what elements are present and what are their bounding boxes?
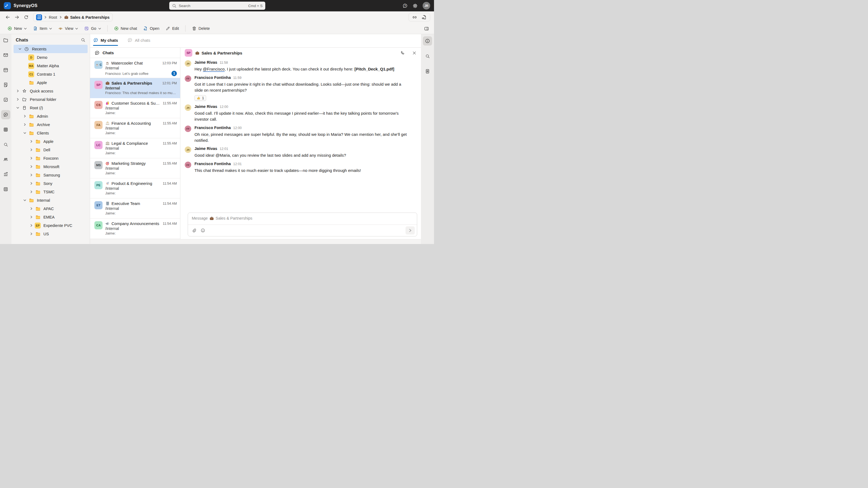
open-button[interactable]: Open	[141, 24, 162, 33]
back-button[interactable]	[4, 13, 11, 21]
go-button[interactable]: Go	[82, 24, 103, 33]
breadcrumb-item-current[interactable]: Sales & Partnerships	[64, 15, 110, 20]
document-link-icon[interactable]	[422, 14, 427, 20]
chevron-right-icon[interactable]	[29, 216, 34, 219]
call-icon[interactable]	[400, 51, 405, 55]
close-icon[interactable]	[412, 51, 416, 55]
chevron-right-icon[interactable]	[29, 207, 34, 210]
tree-item-recents[interactable]: Recents	[13, 45, 88, 53]
user-avatar[interactable]: JR	[423, 2, 430, 9]
help-icon[interactable]: ?	[403, 3, 408, 8]
chevron-right-icon[interactable]	[29, 148, 34, 151]
item-button[interactable]: Item	[30, 24, 55, 33]
tree-item-dell[interactable]: Dell	[11, 145, 90, 154]
delete-button[interactable]: Delete	[189, 24, 212, 33]
chevron-right-icon[interactable]	[29, 165, 34, 168]
app-logo-icon	[4, 2, 11, 9]
attach-icon[interactable]	[192, 228, 197, 233]
chevron-right-icon[interactable]	[15, 90, 20, 93]
global-search-input[interactable]: Search Cmd + S	[169, 2, 265, 10]
tree-item-internal[interactable]: Internal	[11, 196, 90, 204]
search-icon[interactable]	[1, 140, 10, 149]
tree-item-tsmc[interactable]: TSMC	[11, 188, 90, 196]
doc-lines-icon[interactable]	[423, 67, 432, 76]
grid-icon[interactable]	[1, 125, 10, 134]
chat-list-item-product-engineering[interactable]: PE Product & Engineering 11:54 AM /Inter…	[90, 178, 180, 198]
note-icon[interactable]	[1, 80, 10, 90]
tree-item-apple[interactable]: Apple	[11, 137, 90, 145]
chevron-right-icon[interactable]	[29, 224, 34, 227]
chevron-down-icon[interactable]	[22, 131, 27, 134]
chevron-down-icon[interactable]	[15, 106, 20, 109]
chat-list-item-watercooler-chat[interactable]: C Watercooler Chat 12:03 PM /Internal Fr…	[90, 58, 180, 78]
tree-item-foxconn[interactable]: Foxconn	[11, 154, 90, 162]
chevron-right-icon[interactable]	[29, 173, 34, 176]
view-button[interactable]: View	[56, 24, 81, 33]
chart-icon[interactable]	[1, 170, 10, 179]
chevron-right-icon[interactable]	[29, 190, 34, 193]
edit-button[interactable]: Edit	[163, 24, 182, 33]
chevron-right-icon[interactable]	[29, 182, 34, 185]
mention-link[interactable]: @Francisco	[203, 67, 225, 72]
info-icon[interactable]	[423, 36, 432, 45]
tree-item-apac[interactable]: APAC	[11, 204, 90, 213]
chat-list-item-finance-accounting[interactable]: FA Finance & Accounting 11:55 AM /Intern…	[90, 118, 180, 138]
chat-list-item-marketing-strategy[interactable]: MS Marketing Strategy 11:55 AM /Internal…	[90, 158, 180, 178]
chevron-right-icon[interactable]	[22, 123, 27, 126]
tab-all-chats[interactable]: All chats	[127, 37, 150, 43]
chevron-right-icon[interactable]	[15, 98, 20, 101]
tree-item-demo[interactable]: D Demo	[11, 53, 90, 62]
chevron-right-icon[interactable]	[22, 115, 27, 118]
tasks-icon[interactable]	[1, 95, 10, 104]
workspace-logo-icon[interactable]: YOURLOGOHERE	[36, 14, 42, 20]
search-icon[interactable]	[423, 52, 432, 61]
tab-my-chats[interactable]: My chats	[93, 37, 118, 46]
copy-link-icon[interactable]	[412, 14, 417, 20]
chat-bubble-icon[interactable]	[1, 110, 10, 119]
tree-item-root-[interactable]: Root (/)	[11, 104, 90, 112]
forward-button[interactable]	[13, 13, 21, 21]
tree-item-us[interactable]: US	[11, 230, 90, 238]
settings-gear-icon[interactable]	[412, 3, 418, 8]
chat-list-item-legal-compliance[interactable]: LC Legal & Compliance 11:55 AM /Internal…	[90, 138, 180, 158]
new-chat-button[interactable]: New chat	[112, 24, 140, 33]
tree-item-microsoft[interactable]: Microsoft	[11, 162, 90, 171]
tree-item-quick-access[interactable]: Quick access	[11, 87, 90, 95]
chevron-down-icon[interactable]	[18, 47, 22, 51]
chat-list-item-company-announcements[interactable]: CA Company Announcements 11:54 AM /Inter…	[90, 219, 180, 238]
tree-item-expediente-pvc[interactable]: EP Expediente PVC	[11, 221, 90, 230]
tree-item-admin[interactable]: Admin	[11, 112, 90, 120]
file-link[interactable]: [Pitch_Deck_Q1.pdf]	[354, 67, 394, 71]
folder-icon[interactable]	[1, 35, 10, 45]
chat-list-item-executive-team[interactable]: ET Executive Team 11:54 AM /Internal Jai…	[90, 198, 180, 219]
mail-icon[interactable]	[1, 51, 10, 60]
message-input[interactable]: Message Sales & Partnerships	[188, 213, 417, 225]
message-avatar: JR	[185, 104, 191, 111]
tree-item-personal-folder[interactable]: Personal folder	[11, 95, 90, 104]
toggle-right-panel-icon[interactable]	[424, 26, 429, 31]
apps-icon[interactable]	[1, 185, 10, 194]
tree-item-archive[interactable]: Archive	[11, 120, 90, 129]
chevron-right-icon[interactable]	[29, 157, 34, 160]
chevron-right-icon[interactable]	[29, 232, 34, 235]
new-button[interactable]: New	[5, 24, 29, 33]
chat-list-item-sales-partnerships[interactable]: SP Sales & Partnerships 12:01 PM /Intern…	[90, 78, 180, 98]
send-button[interactable]	[405, 226, 415, 234]
reaction-chip[interactable]: 1	[194, 95, 206, 101]
chat-list-item-customer-success-support[interactable]: CS Customer Success & Support 11:55 AM /…	[90, 98, 180, 118]
breadcrumb-item-root[interactable]: Root	[49, 15, 57, 20]
calendar-icon[interactable]	[1, 65, 10, 74]
tree-item-apple[interactable]: Apple	[11, 78, 90, 87]
tree-item-matter-alpha[interactable]: MA Matter Alpha	[11, 62, 90, 70]
chevron-down-icon[interactable]	[22, 199, 27, 202]
people-icon[interactable]	[1, 155, 10, 164]
chevron-right-icon[interactable]	[29, 140, 34, 143]
sidebar-search-icon[interactable]	[81, 38, 86, 42]
tree-item-clients[interactable]: Clients	[11, 129, 90, 137]
emoji-icon[interactable]	[200, 228, 205, 233]
tree-item-contrato-1[interactable]: C1 Contrato 1	[11, 70, 90, 78]
tree-item-samsung[interactable]: Samsung	[11, 171, 90, 179]
tree-item-emea[interactable]: EMEA	[11, 213, 90, 221]
refresh-button[interactable]	[22, 13, 30, 21]
tree-item-sony[interactable]: Sony	[11, 179, 90, 188]
